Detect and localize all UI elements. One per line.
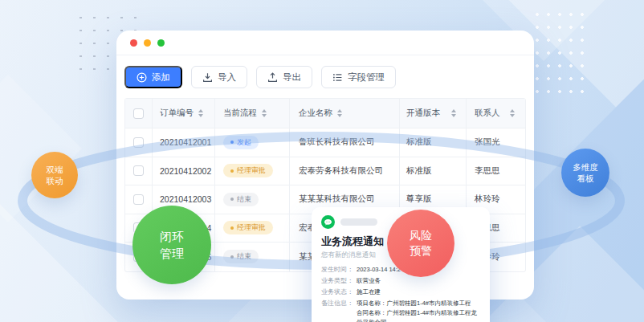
column-header-company[interactable]: 企业名称 (290, 99, 400, 128)
sort-icon[interactable] (510, 109, 515, 117)
traffic-light-maximize-icon[interactable] (157, 39, 165, 47)
feature-badge-dashboard: 多维度 看板 (561, 149, 609, 197)
row-checkbox[interactable] (133, 194, 144, 205)
import-button[interactable]: 导入 (191, 66, 247, 88)
table-row: 20210412001 发起 鲁班长科技有限公司 标准版 张国光 (125, 128, 525, 157)
notification-field: 业务状态： 施工在建 (321, 287, 480, 297)
version-cell: 标准版 (400, 128, 467, 157)
traffic-light-minimize-icon[interactable] (144, 39, 151, 47)
status-dot-icon (230, 169, 234, 173)
company-cell: 宏泰劳务科技有限公司 (290, 157, 400, 185)
sort-icon[interactable] (337, 109, 342, 117)
decor-diamond (0, 75, 82, 222)
column-header-contact[interactable]: 联系人 (467, 99, 525, 128)
plus-circle-icon (137, 72, 147, 83)
feature-badge-dual-end: 双端 联动 (31, 152, 78, 198)
list-settings-icon (332, 72, 343, 83)
version-cell: 标准版 (400, 157, 467, 185)
contact-cell: 张国光 (467, 128, 525, 157)
select-all-checkbox[interactable] (133, 108, 144, 119)
order-no-cell: 20210412001 (153, 128, 215, 157)
sort-icon[interactable] (262, 109, 267, 117)
process-status-badge: 经理审批 (223, 164, 273, 177)
traffic-light-close-icon[interactable] (130, 39, 137, 47)
feature-badge-closed-loop: 闭环 管理 (132, 206, 211, 284)
toolbar: 添加 导入 导出 字段管理 (116, 55, 534, 88)
row-checkbox[interactable] (133, 137, 144, 148)
notification-field: 业务类型： 联营业务 (321, 276, 480, 286)
row-checkbox[interactable] (133, 165, 144, 176)
process-status-badge: 发起 (223, 136, 259, 149)
sort-icon[interactable] (451, 109, 456, 117)
column-header-version[interactable]: 开通版本 (400, 99, 467, 128)
status-dot-icon (230, 255, 234, 259)
dot-grid-pattern (532, 8, 591, 98)
add-button[interactable]: 添加 (124, 66, 182, 88)
notification-field: 备注信息： 项目名称：广州碧桂园1-4#市内精装修工程 合同名称：广州碧桂园1-… (321, 299, 480, 322)
field-management-button[interactable]: 字段管理 (321, 66, 396, 88)
status-dot-icon (230, 226, 234, 230)
table-header-row: 订单编号 当前流程 企业名称 开通版本 联系人 (125, 99, 525, 128)
process-status-badge: 结束 (223, 250, 259, 263)
window-titlebar (116, 31, 534, 55)
process-status-badge: 经理审批 (223, 221, 273, 234)
status-dot-icon (230, 141, 234, 144)
download-icon (202, 72, 213, 83)
column-header-order-no[interactable]: 订单编号 (153, 99, 215, 128)
wechat-chat-icon (321, 215, 335, 229)
sender-placeholder (340, 218, 377, 226)
marketing-screenshot: 添加 导入 导出 字段管理 (0, 0, 644, 322)
process-status-badge: 结束 (223, 193, 259, 206)
company-cell: 鲁班长科技有限公司 (290, 128, 400, 157)
feature-badge-risk-alert: 风险 预警 (387, 210, 454, 277)
upload-icon (267, 72, 278, 83)
column-header-process[interactable]: 当前流程 (215, 99, 290, 128)
contact-cell: 李思思 (467, 157, 525, 185)
table-row: 20210412002 经理审批 宏泰劳务科技有限公司 标准版 李思思 (125, 157, 525, 186)
export-button[interactable]: 导出 (256, 66, 312, 88)
sort-icon[interactable] (198, 109, 203, 117)
status-dot-icon (230, 198, 234, 201)
order-no-cell: 20210412002 (153, 157, 215, 185)
